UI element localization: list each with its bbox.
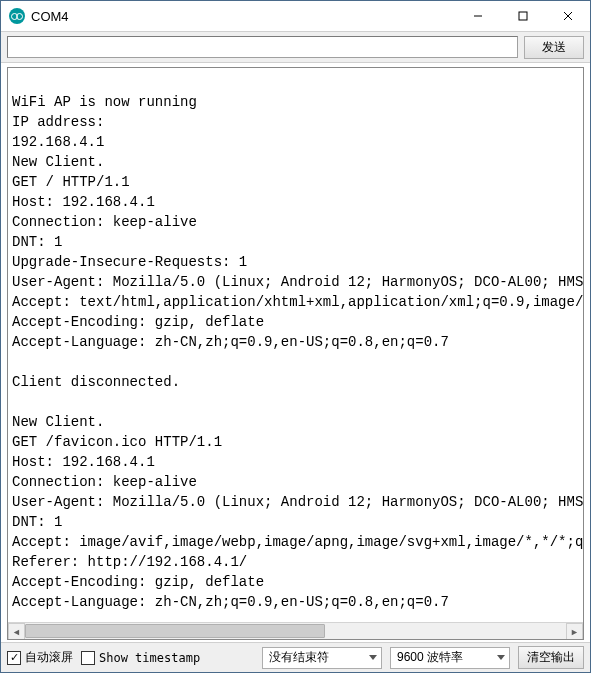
- titlebar: COM4 DF: [1, 1, 590, 31]
- scroll-left-button[interactable]: ◄: [8, 623, 25, 640]
- scroll-thumb[interactable]: [25, 624, 325, 638]
- line-ending-value: 没有结束符: [269, 649, 329, 666]
- bottombar: ✓ 自动滚屏 Show timestamp 没有结束符 9600 波特率 清空输…: [1, 642, 590, 672]
- checkbox-icon: ✓: [7, 651, 21, 665]
- scroll-track[interactable]: [25, 623, 566, 639]
- clear-output-button[interactable]: 清空输出: [518, 646, 584, 669]
- chevron-down-icon: [369, 655, 377, 660]
- close-button[interactable]: [545, 1, 590, 31]
- serial-monitor-window: COM4 DF 发送 WiFi AP is now running IP add…: [0, 0, 591, 673]
- minimize-icon: [473, 11, 483, 21]
- close-icon: [563, 11, 573, 21]
- show-timestamp-checkbox[interactable]: Show timestamp: [81, 651, 200, 665]
- maximize-icon: [518, 11, 528, 21]
- window-controls: [455, 1, 590, 31]
- chevron-down-icon: [497, 655, 505, 660]
- toolbar: 发送: [1, 31, 590, 63]
- baud-rate-select[interactable]: 9600 波特率: [390, 647, 510, 669]
- checkbox-icon: [81, 651, 95, 665]
- minimize-button[interactable]: [455, 1, 500, 31]
- chevron-left-icon: ◄: [12, 627, 21, 637]
- window-title: COM4: [31, 9, 69, 24]
- show-timestamp-label: Show timestamp: [99, 651, 200, 665]
- command-input[interactable]: [7, 36, 518, 58]
- scroll-right-button[interactable]: ►: [566, 623, 583, 640]
- autoscroll-label: 自动滚屏: [25, 649, 73, 666]
- baud-rate-value: 9600 波特率: [397, 649, 463, 666]
- maximize-button[interactable]: [500, 1, 545, 31]
- autoscroll-checkbox[interactable]: ✓ 自动滚屏: [7, 649, 73, 666]
- chevron-right-icon: ►: [570, 627, 579, 637]
- serial-output[interactable]: WiFi AP is now running IP address: 192.1…: [8, 68, 583, 622]
- horizontal-scrollbar[interactable]: ◄ ►: [8, 622, 583, 639]
- line-ending-select[interactable]: 没有结束符: [262, 647, 382, 669]
- output-area: WiFi AP is now running IP address: 192.1…: [7, 67, 584, 640]
- svg-rect-1: [519, 12, 527, 20]
- send-button[interactable]: 发送: [524, 36, 584, 59]
- arduino-icon: [9, 8, 25, 24]
